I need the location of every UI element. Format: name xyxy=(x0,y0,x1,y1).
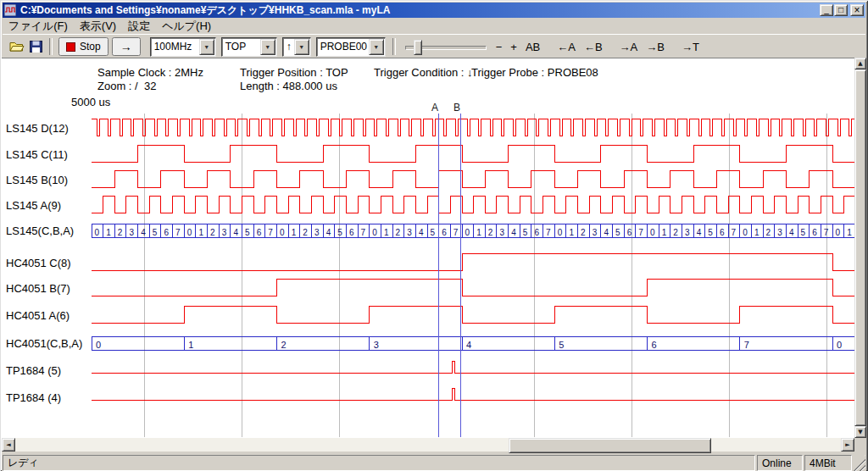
svg-text:1: 1 xyxy=(198,228,203,237)
svg-text:3: 3 xyxy=(222,228,227,237)
svg-text:0: 0 xyxy=(280,228,285,237)
svg-text:3: 3 xyxy=(374,340,379,350)
svg-text:4: 4 xyxy=(141,228,146,237)
scroll-right-button[interactable]: ► xyxy=(841,438,854,452)
svg-text:0: 0 xyxy=(558,228,563,237)
svg-text:4: 4 xyxy=(697,228,702,237)
svg-text:3: 3 xyxy=(499,228,504,237)
status-message: レディ xyxy=(3,455,755,471)
svg-text:2: 2 xyxy=(118,228,123,237)
svg-text:7: 7 xyxy=(732,228,737,237)
svg-text:4: 4 xyxy=(419,228,424,237)
horizontal-scroll-thumb[interactable] xyxy=(509,438,711,453)
svg-text:1: 1 xyxy=(476,228,481,237)
svg-text:2: 2 xyxy=(303,228,308,237)
svg-text:1: 1 xyxy=(569,228,574,237)
svg-text:1: 1 xyxy=(754,228,760,237)
svg-text:1: 1 xyxy=(188,340,193,350)
svg-text:1: 1 xyxy=(384,228,389,237)
svg-text:0: 0 xyxy=(836,228,841,237)
svg-text:2: 2 xyxy=(210,228,215,237)
svg-text:0: 0 xyxy=(465,228,470,237)
svg-text:3: 3 xyxy=(593,228,598,237)
svg-text:2: 2 xyxy=(281,340,287,350)
svg-text:0: 0 xyxy=(95,228,100,237)
svg-text:7: 7 xyxy=(361,228,366,237)
scroll-up-button[interactable]: ▲ xyxy=(854,58,866,69)
scrollbar-corner xyxy=(854,438,866,452)
svg-text:5: 5 xyxy=(523,228,528,237)
svg-text:6: 6 xyxy=(720,228,725,237)
svg-text:3: 3 xyxy=(685,228,690,237)
svg-text:4: 4 xyxy=(326,228,331,237)
resize-grip[interactable] xyxy=(854,455,865,471)
svg-text:4: 4 xyxy=(466,340,471,350)
svg-text:6: 6 xyxy=(652,340,657,350)
svg-text:6: 6 xyxy=(627,228,632,237)
status-online: Online xyxy=(757,455,803,471)
svg-text:5: 5 xyxy=(245,228,250,237)
svg-text:7: 7 xyxy=(824,228,829,237)
svg-text:1: 1 xyxy=(847,228,852,237)
svg-text:6: 6 xyxy=(812,228,817,237)
svg-text:3: 3 xyxy=(129,228,134,237)
svg-text:6: 6 xyxy=(442,228,447,237)
svg-text:4: 4 xyxy=(789,228,794,237)
svg-text:5: 5 xyxy=(153,228,158,237)
svg-text:4: 4 xyxy=(511,228,516,237)
svg-text:3: 3 xyxy=(314,228,320,237)
svg-text:6: 6 xyxy=(349,228,354,237)
svg-text:6: 6 xyxy=(257,228,262,237)
svg-text:0: 0 xyxy=(837,340,842,350)
statusbar: レディ Online 4MBit xyxy=(2,453,866,471)
svg-text:7: 7 xyxy=(744,340,749,350)
svg-text:5: 5 xyxy=(801,228,806,237)
app-window: C:¥Documents and Settings¥noname¥デスクトップ¥… xyxy=(0,0,868,471)
svg-text:2: 2 xyxy=(581,228,586,237)
svg-text:2: 2 xyxy=(673,228,678,237)
svg-text:5: 5 xyxy=(431,228,436,237)
svg-text:0: 0 xyxy=(650,228,655,237)
svg-text:A: A xyxy=(431,102,438,114)
horizontal-scroll-track[interactable] xyxy=(15,438,841,452)
svg-text:2: 2 xyxy=(766,228,771,237)
svg-text:0: 0 xyxy=(743,228,748,237)
horizontal-scrollbar[interactable]: ◄ ► xyxy=(2,438,854,452)
svg-text:5: 5 xyxy=(708,228,713,237)
waveform-plot[interactable]: 0123456701234567012345670123456701234567… xyxy=(0,0,868,471)
status-memory: 4MBit xyxy=(804,455,852,471)
svg-text:2: 2 xyxy=(396,228,401,237)
svg-text:3: 3 xyxy=(407,228,412,237)
svg-text:0: 0 xyxy=(372,228,377,237)
svg-text:0: 0 xyxy=(96,340,101,350)
svg-text:1: 1 xyxy=(662,228,667,237)
svg-text:1: 1 xyxy=(292,228,297,237)
svg-text:7: 7 xyxy=(638,228,643,237)
svg-text:2: 2 xyxy=(488,228,493,237)
vertical-scroll-thumb[interactable] xyxy=(854,69,866,426)
svg-text:7: 7 xyxy=(453,228,459,237)
svg-text:5: 5 xyxy=(615,228,620,237)
scroll-left-button[interactable]: ◄ xyxy=(2,438,15,452)
svg-text:6: 6 xyxy=(164,228,169,237)
svg-text:4: 4 xyxy=(604,228,609,237)
svg-text:6: 6 xyxy=(534,228,539,237)
vertical-scrollbar[interactable]: ▲ ▼ xyxy=(854,58,866,438)
svg-text:7: 7 xyxy=(175,228,181,237)
svg-text:0: 0 xyxy=(187,228,192,237)
svg-text:4: 4 xyxy=(233,228,238,237)
svg-text:7: 7 xyxy=(268,228,273,237)
svg-text:5: 5 xyxy=(337,228,342,237)
scroll-down-button[interactable]: ▼ xyxy=(854,426,866,438)
svg-text:3: 3 xyxy=(777,228,782,237)
svg-text:B: B xyxy=(453,102,460,114)
svg-text:7: 7 xyxy=(546,228,551,237)
svg-text:5: 5 xyxy=(559,340,564,350)
svg-text:1: 1 xyxy=(106,228,111,237)
